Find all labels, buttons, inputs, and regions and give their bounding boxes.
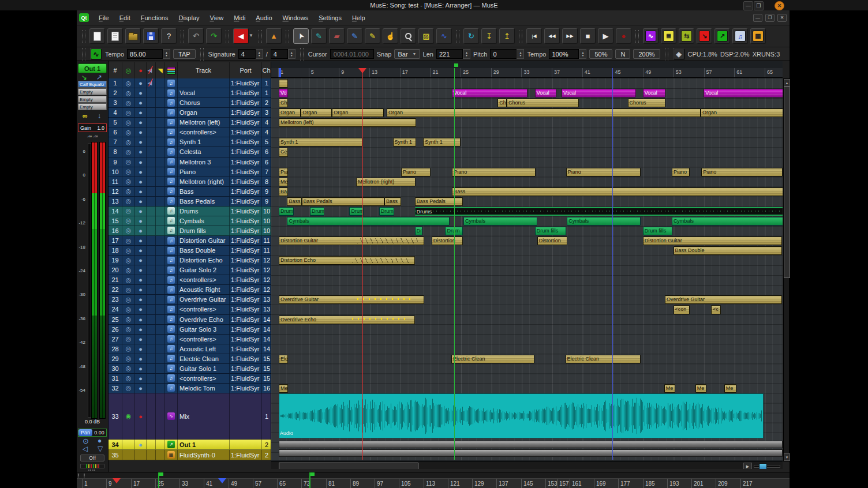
spin-arrows-icon[interactable]: ▲▼ [288, 49, 295, 59]
track-row-12[interactable]: 12◎●♫Bass1:FluidSyr9 [108, 187, 271, 197]
part-clip[interactable]: Cymbals [672, 217, 783, 226]
track-record-arm-icon[interactable]: ◎ [122, 354, 135, 363]
toolbar-grip[interactable] [259, 30, 262, 43]
part-clip[interactable]: Bass Pedals [415, 197, 463, 206]
stereo-link-icon[interactable]: ∞ [83, 112, 88, 120]
track-mute-cell[interactable] [147, 256, 156, 265]
hruler-numbers[interactable]: 1917253341495765738189971051131211291371… [77, 478, 790, 488]
part-clip[interactable]: Bass [287, 197, 301, 206]
track-solo-cell[interactable] [156, 335, 165, 344]
track-row-10[interactable]: 10◎●♫Piano1:FluidSyr7 [108, 167, 271, 177]
record-button[interactable]: ● [616, 28, 631, 44]
track-record-icon[interactable]: ● [135, 177, 147, 186]
track-record-icon[interactable]: ● [135, 256, 147, 265]
track-record-icon[interactable]: ● [135, 207, 147, 216]
open-button[interactable] [125, 28, 141, 44]
track-row-30[interactable]: 30◎●♫Guitar Solo 11:FluidSyr15 [108, 364, 271, 374]
loop-button[interactable]: ↻ [463, 28, 479, 44]
track-record-icon[interactable]: ● [135, 197, 147, 206]
part-clip[interactable]: Chorus [628, 99, 666, 107]
track-mute-cell[interactable] [147, 118, 156, 127]
track-mute-cell[interactable] [147, 187, 156, 196]
track-record-arm-icon[interactable]: ◎ [122, 118, 135, 127]
part-clip[interactable]: Me [695, 384, 707, 393]
horizontal-scrollbar[interactable]: ▶ [271, 461, 783, 469]
part-clip[interactable]: Bass Pedals [302, 197, 385, 206]
part-clip[interactable]: Drum [349, 207, 364, 216]
tempo-200-button[interactable]: 200% [633, 49, 660, 59]
toolbar-grip[interactable] [456, 30, 459, 43]
track-row-20[interactable]: 20◎●♫Guitar Solo 21:FluidSyr12 [108, 265, 271, 275]
track-row-31[interactable]: 31◎●♫<controllers>1:FluidSyr15 [108, 374, 271, 384]
track-row-26[interactable]: 26◎●♫Guitar Solo 31:FluidSyr14 [108, 325, 271, 335]
track-record-arm-icon[interactable]: ◎ [122, 187, 135, 196]
track-mute-cell[interactable] [147, 285, 156, 294]
header-track-color-icon[interactable] [165, 62, 178, 78]
monitor-icon[interactable]: ▽ [98, 445, 103, 453]
score-editor-button[interactable]: ♫ [732, 28, 748, 44]
automation-off-button[interactable]: Off [80, 455, 104, 461]
track-record-arm-icon[interactable]: ◎ [122, 88, 135, 97]
track-record-arm-icon[interactable]: ◎ [122, 335, 135, 344]
menu-display[interactable]: Display [173, 13, 204, 23]
menu-audio[interactable]: Audio [250, 13, 277, 23]
track-mute-cell[interactable] [147, 226, 156, 235]
new-from-template-button[interactable] [107, 28, 123, 44]
track-mute-cell[interactable] [147, 335, 156, 344]
track-solo-cell[interactable] [156, 98, 165, 107]
menu-midi[interactable]: Midi [229, 13, 250, 23]
spin-arrows-icon[interactable]: ▲▼ [256, 49, 263, 59]
part-clip[interactable]: Cymbals [463, 217, 537, 226]
track-mute-cell[interactable] [147, 147, 156, 156]
track-row-25[interactable]: 25◎●♫Overdrive Echo1:FluidSyr14 [108, 315, 271, 325]
vscroll-thumb[interactable] [784, 87, 790, 278]
punch-in-toggle-button[interactable]: ↘ [697, 28, 712, 44]
track-mute-cell[interactable] [147, 127, 156, 137]
zoom-slider[interactable] [754, 465, 780, 468]
track-record-icon[interactable]: ● [135, 157, 147, 167]
track-mute-cell[interactable] [147, 374, 156, 383]
track-record-icon[interactable]: ● [135, 315, 147, 324]
track-solo-cell[interactable] [156, 197, 165, 206]
route-output-icon[interactable]: ↗ [96, 73, 102, 81]
part-clip[interactable]: Pia [279, 168, 288, 177]
part-clip[interactable]: Synth 1 [393, 138, 417, 147]
track-row-33[interactable]: 33◉●∿Mix1 [108, 393, 271, 440]
menu-file[interactable]: File [93, 13, 114, 23]
track-solo-cell[interactable] [156, 374, 165, 383]
spin-arrows-icon[interactable]: ▲▼ [463, 49, 470, 59]
menu-help[interactable]: Help [347, 13, 371, 23]
part-clip[interactable]: Vo [279, 89, 288, 97]
track-record-arm-icon[interactable]: ◎ [122, 98, 135, 107]
part-clip[interactable]: Overdrive Guitar [279, 295, 424, 304]
track-record-icon[interactable]: ● [135, 98, 147, 107]
track-solo-cell[interactable] [156, 256, 165, 265]
track-row-24[interactable]: 24◎●♫<controllers>1:FluidSyr13 [108, 305, 271, 314]
track-record-arm-icon[interactable]: ◎ [122, 256, 135, 265]
track-solo-cell[interactable] [156, 236, 165, 245]
bigtime-window-button[interactable]: ∿ [643, 28, 659, 44]
synth-track-lane[interactable] [279, 449, 783, 457]
track-record-icon[interactable]: ● [135, 344, 147, 354]
track-mute-cell[interactable] [147, 315, 156, 324]
part-clip[interactable]: Ce [279, 148, 288, 156]
vscroll-down-icon[interactable]: ▼ [784, 453, 790, 461]
mdi-close-icon[interactable]: ✕ [777, 14, 787, 22]
len-spinbox[interactable]: 221▲▼ [436, 49, 470, 59]
track-record-arm-icon[interactable]: ◎ [122, 374, 135, 383]
track-record-icon[interactable]: ● [135, 118, 147, 127]
track-row-18[interactable]: 18◎●♫Bass Double1:FluidSyr11 [108, 246, 271, 256]
part-clip[interactable]: Distortion [432, 237, 463, 245]
track-solo-cell[interactable] [156, 78, 165, 88]
track-row-13[interactable]: 13◎●♫Bass Pedals1:FluidSyr9 [108, 197, 271, 207]
part-clip[interactable]: Ele [279, 355, 288, 363]
zoom-tool-button[interactable] [401, 28, 416, 44]
part-clip[interactable]: Ch [497, 99, 507, 107]
hruler-blue-marker-icon[interactable] [218, 478, 226, 483]
track-record-icon[interactable]: ● [135, 226, 147, 235]
part-clip[interactable]: Vocal [643, 89, 666, 97]
part-clip[interactable]: Bass Double [674, 246, 782, 255]
track-row-5[interactable]: 5◎●♫Mellotron (left)1:FluidSyr4 [108, 118, 271, 127]
track-row-9[interactable]: 9◎●♫Mellotron 31:FluidSyr6 [108, 157, 271, 167]
track-mute-cell[interactable] [147, 197, 156, 206]
